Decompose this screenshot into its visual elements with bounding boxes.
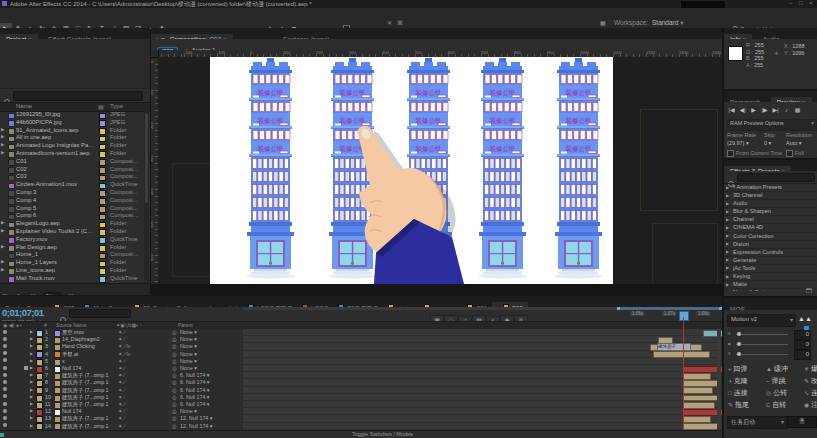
switch-icons[interactable]: ✦ ∕ [118,358,125,364]
twirl-icon[interactable]: ▶ [1,244,4,249]
layer-row[interactable]: ▶12Null 174✦ ∕◎None ▾ [0,408,243,414]
parent-pickwhip-icon[interactable]: ◎ [172,336,177,342]
parent-pickwhip-icon[interactable]: ◎ [172,415,177,421]
motion-button-公转[interactable]: ◎公转 [766,388,802,398]
layer-row[interactable]: ▶14建筑房子 (7...omp 1✦ ∕◎12. Null 174 ▾ [0,423,243,429]
next-frame-button[interactable]: |▶ [759,104,770,113]
switch-icons[interactable]: ✦ ∕ [118,401,125,407]
task-launch-select[interactable]: 任务启动▾ [727,416,787,429]
twirl-icon[interactable]: ▶ [1,220,4,225]
motion-footer-button[interactable]: 查 [787,416,817,428]
parent-pickwhip-icon[interactable]: ◎ [172,358,177,364]
parent-select[interactable]: 6. Null 174 ▾ [180,401,209,407]
twirl-icon[interactable]: ▶ [30,379,33,384]
slider-handle[interactable] [737,342,741,346]
parent-select[interactable]: None ▾ [180,358,197,364]
last-frame-button[interactable]: ▶| [770,104,781,113]
frame-rate-select[interactable]: (29.97) ▾ [727,140,749,146]
layer-row[interactable]: ▶3Hand Clicking✦ ∕ fx◎None ▾ [0,343,243,349]
label-chip[interactable] [99,276,106,283]
project-item[interactable]: Comp 5Composi... [0,205,143,213]
switch-icons[interactable]: ✦ ∕ [118,379,125,385]
twirl-icon[interactable]: ▶ [726,249,729,254]
twirl-icon[interactable]: ▶ [30,365,33,370]
twirl-icon[interactable]: ▶ [726,274,729,279]
motion-button-回弹[interactable]: +回弹 [728,364,764,374]
search-help-box[interactable]: Search Help [732,18,812,26]
twirl-icon[interactable]: ▶ [30,358,33,363]
twirl-icon[interactable]: ▶ [726,241,729,246]
workspace-select[interactable]: Standard ▾ [652,19,683,27]
project-item[interactable]: ▶Explainer Video Toolkit 2 (CS5).aepFold… [0,228,143,236]
project-item[interactable]: ▶Animated Logo Insignias Pack.aepFolder [0,142,143,150]
project-item[interactable]: C03Composi... [0,173,143,181]
slider-track[interactable] [736,334,788,335]
motion-button-连续[interactable]: ∿连续 [804,388,817,398]
parent-select[interactable]: 6. Null 174 ▾ [180,372,209,378]
switch-icons[interactable]: ✦ ∕ [118,336,125,342]
project-item[interactable]: ▶Line_icons.aepFolder [0,267,143,275]
slider-track[interactable] [736,344,788,345]
effects-category[interactable]: ▶Distort [724,241,817,249]
parent-select[interactable]: None ▾ [180,343,197,349]
layer-row[interactable]: ▶8建筑房子 (7...omp 1✦ ∕◎6. Null 174 ▾ [0,379,243,385]
layer-row[interactable]: ▶1星空.mov✦ ∕◎None ▾ [0,329,243,335]
layer-row[interactable]: ▶9建筑房子 (7...omp 1✦ ∕◎6. Null 174 ▾ [0,387,243,393]
twirl-icon[interactable]: ▶ [1,228,4,233]
twirl-icon[interactable]: ▶ [30,372,33,377]
eye-icon[interactable] [3,423,7,427]
parent-select[interactable]: None ▾ [180,351,197,357]
toggle-switches-button[interactable]: Toggle Switches / Modes [352,431,413,437]
layer-duration-bar[interactable] [683,402,715,409]
eye-icon[interactable] [3,394,7,398]
twirl-icon[interactable]: ▶ [726,209,729,214]
effects-category[interactable]: ▶Channel [724,216,817,224]
switch-icons[interactable]: ✦ ∕ [118,394,125,400]
eye-icon[interactable] [3,330,7,334]
slider-value[interactable]: 0 [794,340,811,350]
effects-category[interactable]: ▶Audio [724,200,817,208]
slider-handle[interactable] [737,332,741,336]
resize-grip[interactable] [0,433,4,437]
eye-icon[interactable] [3,409,7,413]
track-scrollbar[interactable] [717,329,721,430]
navigator-end-handle[interactable] [719,307,722,310]
slider-track[interactable] [736,354,788,355]
twirl-icon[interactable]: ▶ [1,127,4,132]
audio-toggle[interactable]: ♪ [781,105,792,113]
eye-icon[interactable] [3,416,7,420]
layer-duration-bar[interactable] [683,423,719,430]
current-time-indicator-line[interactable] [683,317,684,430]
timeline-search[interactable] [60,309,130,317]
play-button[interactable]: ▶ [748,104,759,113]
effects-category[interactable]: ▶3D Channel [724,192,817,200]
minimize-button[interactable]: – [789,0,792,6]
effects-category[interactable]: ▶Expression Controls [724,249,817,257]
snap-option2-icon[interactable]: ⌘ [395,19,405,26]
eye-icon[interactable] [3,344,7,348]
layer-duration-bar[interactable] [683,373,711,380]
twirl-icon[interactable]: ▶ [30,329,33,334]
current-time-indicator-handle[interactable] [679,311,689,321]
project-item[interactable]: Comp 4Composi... [0,197,143,205]
switch-icons[interactable]: ✦ ∕ [118,408,125,414]
parent-pickwhip-icon[interactable]: ◎ [172,351,177,357]
twirl-icon[interactable]: ▶ [30,343,33,348]
project-item[interactable]: C01Composi... [0,158,143,166]
parent-select[interactable]: 6. Null 174 ▾ [180,379,209,385]
lock-icon[interactable] [24,366,28,370]
project-bit-depth[interactable]: 8 bpc [43,292,62,295]
parent-pickwhip-icon[interactable]: ◎ [172,379,177,385]
layer-label-chip[interactable] [36,423,43,430]
slider-value[interactable]: 0 [794,330,811,340]
motion-button-连接[interactable]: □连接 [728,388,764,398]
parent-select[interactable]: 6. Null 174 ▾ [180,394,209,400]
layer-row[interactable]: ▶10建筑房子 (7...omp 1✦ ∕◎6. Null 174 ▾ [0,394,243,400]
layer-row[interactable]: ▶11建筑房子 (7...omp 1✦ ∕◎6. Null 174 ▾ [0,401,243,407]
layer-row[interactable]: ▶5x✦ ∕◎None ▾ [0,358,243,364]
parent-select[interactable]: None ▾ [180,365,197,371]
layer-duration-bar[interactable] [683,395,721,402]
parent-pickwhip-icon[interactable]: ◎ [172,387,177,393]
layer-duration-bar[interactable] [683,387,713,394]
comp-canvas[interactable]: 装修公司装修公司装修公司装修公司装修公司装修公司装修公司装修公司装修公司装修公司… [210,57,613,284]
